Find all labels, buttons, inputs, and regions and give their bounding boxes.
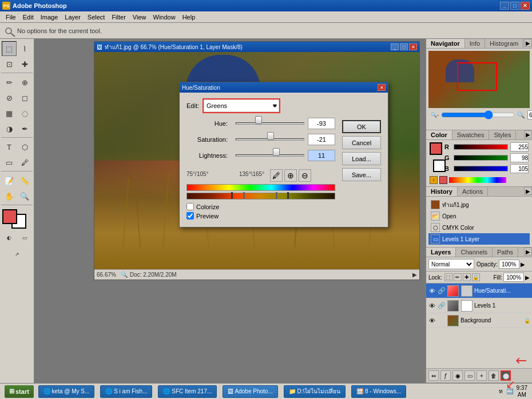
navigator-panel-menu[interactable]: ▶ xyxy=(524,39,532,47)
foreground-color[interactable] xyxy=(2,209,17,224)
layer-group-btn[interactable]: ▭ xyxy=(464,370,475,381)
marquee-tool[interactable]: ⬚ xyxy=(2,41,17,56)
green-slider[interactable] xyxy=(454,155,508,161)
menu-window[interactable]: Window xyxy=(150,13,179,22)
taskbar-item-4[interactable]: 📁 D:\ใฝในไม่เปลี่ยน xyxy=(284,385,346,398)
eyedropper-subtract-button[interactable]: ⊖ xyxy=(299,169,311,182)
menu-layer[interactable]: Layer xyxy=(61,13,84,22)
start-button[interactable]: ⊞ start xyxy=(5,385,34,398)
pen-tool[interactable]: ✒ xyxy=(17,121,32,136)
path-tool[interactable]: ⬡ xyxy=(17,139,32,154)
menu-image[interactable]: Image xyxy=(37,13,62,22)
menu-filter[interactable]: Filter xyxy=(108,13,129,22)
layer-link-1[interactable]: 🔗 xyxy=(438,302,446,310)
tab-styles[interactable]: Styles xyxy=(489,130,516,139)
doc-close[interactable]: ✕ xyxy=(409,43,417,50)
layer-delete-btn[interactable]: 🗑 xyxy=(489,370,499,381)
lock-all-icon[interactable]: 🔒 xyxy=(472,273,480,281)
lock-pixels-icon[interactable]: ✏ xyxy=(454,273,462,281)
color-panel-menu[interactable]: ▶ xyxy=(524,130,532,138)
tab-swatches[interactable]: Swatches xyxy=(452,130,490,139)
shape-tool[interactable]: ▭ xyxy=(2,155,17,170)
history-brush-tool[interactable]: ⊘ xyxy=(2,90,17,105)
menu-edit[interactable]: Edit xyxy=(19,13,37,22)
green-value[interactable] xyxy=(510,153,529,162)
lasso-tool[interactable]: ⌇ xyxy=(17,41,32,56)
doc-maximize[interactable]: □ xyxy=(400,43,408,50)
text-tool[interactable]: T xyxy=(2,139,17,154)
edit-dropdown[interactable]: Master Reds Yellows Greens Cyans Blues M… xyxy=(203,98,280,113)
background-color-swatch[interactable] xyxy=(433,159,446,172)
taskbar-item-1[interactable]: 🌐 S i am Fish... xyxy=(100,385,152,398)
taskbar-item-3[interactable]: 🖼 Adobe Photo... xyxy=(223,385,277,398)
tab-actions[interactable]: Actions xyxy=(458,187,488,196)
eyedropper-add-button[interactable]: ⊕ xyxy=(284,169,297,182)
tab-channels[interactable]: Channels xyxy=(456,248,492,257)
edit-select[interactable]: Master Reds Yellows Greens Cyans Blues M… xyxy=(204,100,279,111)
colorize-checkbox[interactable] xyxy=(186,203,194,210)
screen-mode-btn[interactable]: ▭ xyxy=(18,230,33,245)
menu-select[interactable]: Select xyxy=(84,13,109,22)
saturation-slider[interactable] xyxy=(236,135,304,144)
save-button[interactable]: Save... xyxy=(342,168,381,181)
history-item-0[interactable]: ทำแก้1.jpg xyxy=(428,199,530,210)
blue-value[interactable] xyxy=(510,164,529,173)
taskbar-item-5[interactable]: 🪟 8 - Windows... xyxy=(351,385,406,398)
layer-eye-0[interactable]: 👁 xyxy=(428,287,436,295)
taskbar-item-2[interactable]: 🌐 SFC Item 217... xyxy=(158,385,217,398)
zoom-tool[interactable]: 🔍 xyxy=(17,189,32,204)
hue-value-input[interactable] xyxy=(308,118,335,129)
quick-mask-btn[interactable]: ◐ xyxy=(2,230,17,245)
layer-style-btn[interactable]: ƒ xyxy=(440,370,451,381)
tab-history[interactable]: History xyxy=(426,187,458,196)
notes-tool[interactable]: 📝 xyxy=(2,173,17,188)
tab-histogram[interactable]: Histogram xyxy=(485,39,523,48)
layer-adjustment-btn[interactable]: ⬤ ↙ xyxy=(501,370,511,381)
nav-zoom-input[interactable] xyxy=(527,110,532,119)
blur-tool[interactable]: ◌ xyxy=(17,106,32,121)
brush-tool[interactable]: ✏ xyxy=(2,75,17,90)
maximize-button[interactable]: □ xyxy=(510,2,519,10)
eyedropper-button[interactable]: 🖉 xyxy=(270,169,283,182)
red-value[interactable] xyxy=(510,142,529,151)
hand-tool[interactable]: ✋ xyxy=(2,189,17,204)
minimize-button[interactable]: _ xyxy=(500,2,509,10)
hue-slider[interactable] xyxy=(236,119,304,128)
tab-info[interactable]: Info xyxy=(465,39,485,48)
menu-view[interactable]: View xyxy=(129,13,150,22)
lightness-slider[interactable] xyxy=(236,151,304,160)
layers-panel-menu[interactable]: ▶ xyxy=(524,248,532,256)
blue-slider[interactable] xyxy=(454,166,508,171)
history-item-2[interactable]: ⬡ CMYK Color xyxy=(428,222,530,233)
layer-link-0[interactable]: 🔗 xyxy=(438,287,446,295)
lock-transparent-icon[interactable]: ⬚ xyxy=(444,273,452,281)
history-item-1[interactable]: 📂 Open xyxy=(428,210,530,222)
tab-layers[interactable]: Layers xyxy=(426,248,456,257)
eyedropper-tool[interactable]: 🖉 xyxy=(17,155,32,170)
layer-new-btn[interactable]: + xyxy=(477,370,487,381)
layer-item-2[interactable]: 👁 Background 🔒 xyxy=(426,313,532,328)
menu-help[interactable]: Help xyxy=(179,13,199,22)
jump-to-imageready[interactable]: ↗ xyxy=(10,247,25,262)
ok-button[interactable]: OK xyxy=(342,120,381,133)
layer-item-0[interactable]: 👁 🔗 Hue/Saturati... xyxy=(426,284,532,298)
saturation-value-input[interactable] xyxy=(308,134,335,145)
lock-position-icon[interactable]: ✚ xyxy=(463,273,471,281)
opacity-arrow[interactable]: ▶ xyxy=(521,261,525,268)
layer-eye-2[interactable]: 👁 xyxy=(428,317,436,325)
eraser-tool[interactable]: ◻ xyxy=(17,90,32,105)
gradient-tool[interactable]: ▦ xyxy=(2,106,17,121)
load-button[interactable]: Load... xyxy=(342,152,381,165)
measure-tool[interactable]: 📏 xyxy=(17,173,32,188)
red-slider[interactable] xyxy=(454,144,508,150)
preview-checkbox[interactable] xyxy=(186,212,194,220)
layer-mask-btn[interactable]: ◉ xyxy=(452,370,463,381)
tab-paths[interactable]: Paths xyxy=(493,248,518,257)
clone-tool[interactable]: ⊕ xyxy=(17,75,32,90)
taskbar-item-0[interactable]: 🌐 keta @ My S... xyxy=(38,385,95,398)
layer-link-btn[interactable]: ⇔ xyxy=(428,370,439,381)
fill-arrow[interactable]: ▶ xyxy=(525,274,530,281)
tab-color[interactable]: Color xyxy=(426,130,452,139)
hue-sat-close-button[interactable]: ✕ xyxy=(378,84,386,91)
tab-navigator[interactable]: Navigator xyxy=(426,39,465,48)
